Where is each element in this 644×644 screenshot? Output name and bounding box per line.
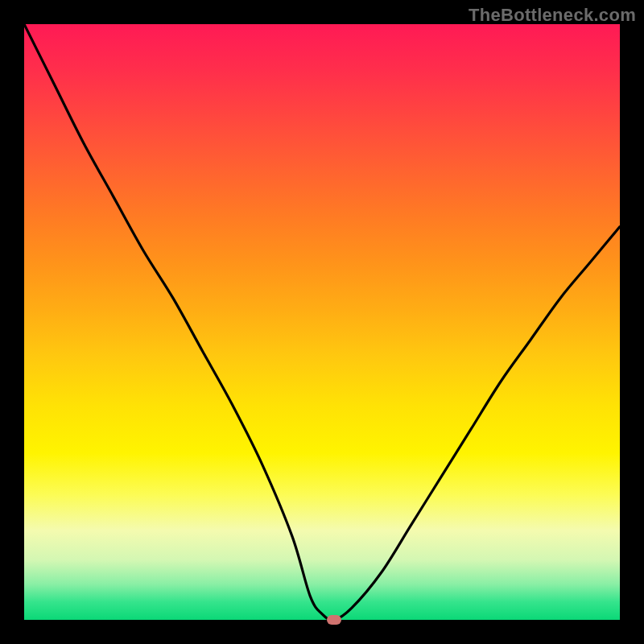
optimal-point-marker (327, 615, 341, 625)
chart-frame: TheBottleneck.com (0, 0, 644, 644)
plot-area (24, 24, 620, 620)
bottleneck-curve (24, 24, 620, 620)
branding-watermark: TheBottleneck.com (469, 5, 636, 26)
